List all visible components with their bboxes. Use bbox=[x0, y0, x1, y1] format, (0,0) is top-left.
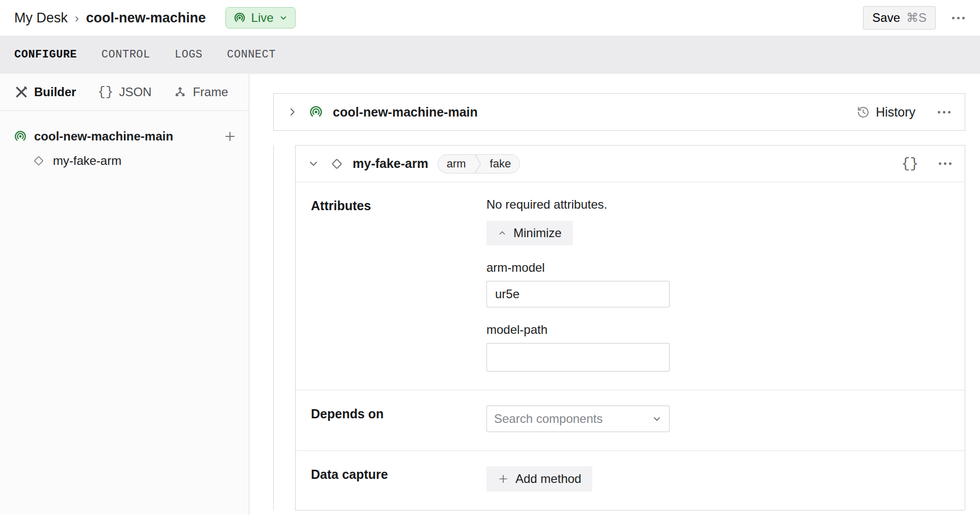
component-card-header[interactable]: my-fake-arm arm fake {} bbox=[296, 146, 965, 182]
depends-on-placeholder: Search components bbox=[494, 412, 602, 426]
tab-configure[interactable]: CONFIGURE bbox=[14, 48, 77, 61]
badge-model: fake bbox=[481, 157, 520, 170]
arm-model-input[interactable] bbox=[486, 281, 670, 307]
mode-json[interactable]: {} JSON bbox=[98, 84, 152, 100]
braces-icon: {} bbox=[98, 84, 113, 100]
mode-json-label: JSON bbox=[119, 85, 152, 99]
depends-on-heading: Depends on bbox=[311, 406, 486, 432]
config-sidebar: Builder {} JSON Frame bbox=[0, 74, 249, 515]
tree-connector: my-fake-arm arm fake {} Attr bbox=[273, 145, 965, 510]
machine-part-card-header[interactable]: cool-new-machine-main History bbox=[273, 93, 965, 131]
braces-icon[interactable]: {} bbox=[901, 156, 918, 171]
depends-on-select[interactable]: Search components bbox=[486, 406, 670, 432]
add-method-button[interactable]: Add method bbox=[486, 466, 592, 492]
breadcrumb: My Desk › cool-new-machine bbox=[14, 10, 206, 26]
config-main-panel: cool-new-machine-main History bbox=[249, 74, 980, 515]
component-tree: cool-new-machine-main my-fake-arm bbox=[0, 111, 249, 174]
tree-item-label: my-fake-arm bbox=[53, 154, 122, 168]
header-more-menu-button[interactable] bbox=[951, 14, 966, 22]
diamond-icon bbox=[32, 154, 46, 168]
plus-icon bbox=[498, 473, 509, 484]
status-badge-label: Live bbox=[251, 11, 274, 25]
model-path-input[interactable] bbox=[486, 343, 670, 371]
tools-icon bbox=[14, 85, 28, 99]
badge-type: arm bbox=[438, 157, 475, 170]
diamond-icon bbox=[329, 156, 344, 171]
component-type-badge: arm fake bbox=[438, 154, 520, 174]
chevron-down-icon bbox=[279, 13, 288, 22]
page-title: cool-new-machine bbox=[86, 10, 206, 26]
tree-item-label: cool-new-machine-main bbox=[34, 129, 173, 144]
badge-separator-chevron bbox=[475, 154, 481, 174]
history-button[interactable]: History bbox=[856, 105, 915, 120]
minimize-button-label: Minimize bbox=[513, 226, 562, 240]
tab-connect[interactable]: CONNECT bbox=[227, 48, 276, 61]
attributes-section: Attributes No required attributes. Minim… bbox=[296, 182, 965, 390]
chevron-down-icon bbox=[652, 414, 662, 424]
part-card-more-menu[interactable] bbox=[937, 108, 952, 117]
depends-on-section: Depends on Search components bbox=[296, 390, 965, 450]
machine-part-title: cool-new-machine-main bbox=[333, 105, 478, 120]
mode-frame-label: Frame bbox=[193, 85, 228, 99]
component-title: my-fake-arm bbox=[353, 156, 428, 171]
machine-status-dropdown[interactable]: Live bbox=[225, 7, 296, 28]
component-more-menu[interactable] bbox=[938, 159, 953, 168]
tab-control[interactable]: CONTROL bbox=[101, 48, 150, 61]
history-button-label: History bbox=[876, 105, 915, 120]
chevron-right-icon[interactable] bbox=[287, 106, 298, 118]
breadcrumb-parent-link[interactable]: My Desk bbox=[14, 10, 68, 26]
data-capture-section: Data capture Add method bbox=[296, 450, 965, 510]
attributes-heading: Attributes bbox=[311, 197, 486, 371]
component-card: my-fake-arm arm fake {} Attr bbox=[295, 145, 965, 510]
chevron-down-icon[interactable] bbox=[308, 158, 319, 169]
field-label-arm-model: arm-model bbox=[486, 261, 949, 275]
broadcast-icon bbox=[13, 129, 27, 144]
save-button[interactable]: Save ⌘S bbox=[863, 6, 936, 30]
data-capture-heading: Data capture bbox=[311, 466, 486, 492]
history-icon bbox=[856, 105, 870, 119]
frame-axes-icon bbox=[173, 85, 187, 99]
minimize-button[interactable]: Minimize bbox=[486, 221, 573, 245]
main-nav-tabs: CONFIGURE CONTROL LOGS CONNECT bbox=[0, 36, 980, 74]
breadcrumb-separator: › bbox=[75, 10, 79, 25]
field-label-model-path: model-path bbox=[486, 323, 949, 337]
sidebar-mode-switcher: Builder {} JSON Frame bbox=[0, 74, 249, 111]
save-button-label: Save bbox=[872, 11, 900, 25]
tree-item-machine-part[interactable]: cool-new-machine-main bbox=[0, 125, 249, 148]
mode-frame[interactable]: Frame bbox=[173, 85, 228, 99]
broadcast-icon bbox=[233, 11, 246, 24]
tab-logs[interactable]: LOGS bbox=[175, 48, 203, 61]
add-method-label: Add method bbox=[515, 472, 581, 486]
mode-builder[interactable]: Builder bbox=[14, 85, 76, 99]
save-shortcut: ⌘S bbox=[906, 11, 927, 25]
chevron-up-icon bbox=[498, 228, 507, 238]
mode-builder-label: Builder bbox=[34, 85, 76, 99]
app-header: My Desk › cool-new-machine Live Save ⌘S bbox=[0, 0, 980, 36]
broadcast-icon bbox=[308, 104, 324, 120]
add-component-button[interactable] bbox=[223, 130, 237, 143]
tree-item-component[interactable]: my-fake-arm bbox=[0, 148, 249, 174]
attributes-empty-text: No required attributes. bbox=[486, 197, 949, 212]
